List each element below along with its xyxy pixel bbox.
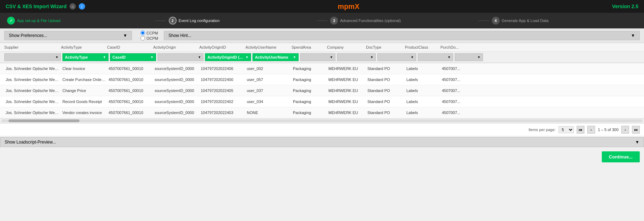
dropdown-activitytype-text: ActivityType	[65, 55, 101, 59]
data-rows-container: Jos. Schneider Optische Werke GmbHClear …	[0, 63, 644, 118]
loadscript-row[interactable]: Show Loadscript-Preview... ▼	[0, 137, 644, 147]
app-header: CSV & XES Import Wizard ⌂ i mpmX Version…	[0, 0, 644, 13]
cell-doctype: Standard PO	[366, 87, 405, 94]
app-logo: mpmX	[338, 2, 359, 11]
cell-activityoriginid: 104797202022402	[199, 98, 245, 105]
cell-purchdo: 4507007...	[440, 87, 469, 94]
col-header-caseid: CaseID	[107, 45, 153, 49]
wizard-step-3[interactable]: 3 Advanced Functionalities (optional)	[330, 17, 476, 25]
dropdown-activitytype[interactable]: ActivityType ▼	[62, 53, 109, 61]
footer-row: Continue...	[0, 149, 644, 165]
wizard-step-4[interactable]: 4 Generate App & Load Data	[492, 17, 637, 25]
hint-arrow: ▼	[631, 33, 635, 38]
pagination-range: 1 – 5 of 300	[598, 128, 618, 132]
cell-company: MEHRWERK EU	[327, 98, 366, 105]
wizard-step-2[interactable]: 2 Event Log configuration	[169, 17, 314, 25]
dropdown-purchdo-arrow: ▼	[477, 55, 481, 59]
cell-doctype: Standard PO	[366, 109, 405, 116]
cell-purchdo: 4507007...	[440, 109, 469, 116]
radio-ccpm[interactable]: CCPM	[140, 31, 158, 35]
pagination-next-button[interactable]: ›	[621, 126, 629, 134]
cell-supplier: Jos. Schneider Optische Werke GmbH	[4, 76, 61, 83]
cell-spendarea: Packaging	[292, 65, 327, 72]
wizard-steps: ✓ App set-up & File Upload 2 Event Log c…	[0, 13, 644, 28]
dropdown-caseid[interactable]: CaseID ▼	[110, 53, 156, 61]
cell-company: MEHRWERK EU	[327, 109, 366, 116]
cell-supplier: Jos. Schneider Optische Werke GmbH	[4, 87, 61, 94]
radio-ccpm-input[interactable]	[140, 31, 145, 35]
preferences-label: Show Preferences...	[9, 33, 47, 38]
preferences-arrow: ▼	[123, 33, 127, 38]
col-header-activityoriginid: ActivityOriginID	[199, 45, 245, 49]
cell-spendarea: Packaging	[292, 109, 327, 116]
app-title: CSV & XES Import Wizard	[6, 4, 67, 9]
radio-ocpm-input[interactable]	[140, 36, 145, 41]
dropdown-doctype[interactable]: ▼	[377, 53, 416, 61]
scroll-track	[1, 119, 643, 122]
col-header-doctype: DocType	[366, 45, 405, 49]
dropdown-company[interactable]: ▼	[337, 53, 376, 61]
dropdown-activityoriginid[interactable]: ActivityOriginID (O... ▼	[205, 53, 251, 61]
cell-activityusername: user_002	[245, 65, 292, 72]
dropdown-spendarea[interactable]: ▼	[300, 53, 335, 61]
col-header-supplier: Supplier	[4, 45, 61, 49]
step-divider-2	[317, 21, 327, 21]
step-4-label: Generate App & Load Data	[502, 18, 549, 23]
cell-productclass: Labels	[405, 109, 440, 116]
info-icon[interactable]: i	[79, 3, 85, 10]
dropdown-supplier-arrow: ▼	[55, 55, 59, 59]
cell-activityusername: user_057	[245, 76, 292, 83]
table-row: Jos. Schneider Optische Werke GmbHRecord…	[0, 96, 644, 107]
step-2-label: Event Log configuration	[179, 18, 220, 23]
cell-doctype: Standard PO	[366, 65, 405, 72]
step-1-label: App set-up & File Upload	[17, 18, 60, 23]
radio-ocpm[interactable]: OCPM	[140, 36, 158, 41]
items-per-page-select[interactable]: 5 10 25	[559, 126, 574, 133]
step-4-circle: 4	[492, 17, 500, 25]
horizontal-scrollbar[interactable]	[0, 118, 644, 123]
dropdown-caseid-arrow: ▼	[150, 55, 154, 59]
col-header-spendarea: SpendArea	[292, 45, 327, 49]
dropdown-purchdo[interactable]: ▼	[455, 53, 483, 61]
column-headers-row: Supplier ActivityType CaseID ActivityOri…	[0, 43, 644, 52]
table-row: Jos. Schneider Optische Werke GmbHClear …	[0, 63, 644, 74]
pagination-last-button[interactable]: ⏭	[632, 126, 640, 134]
cell-purchdo: 4507007...	[440, 76, 469, 83]
cell-activityusername: user_034	[245, 98, 292, 105]
cell-supplier: Jos. Schneider Optische Werke GmbH	[4, 65, 61, 72]
continue-button[interactable]: Continue...	[602, 151, 640, 162]
dropdown-productclass[interactable]: ▼	[418, 53, 453, 61]
cell-activityorigin: sourceSystemID_0000	[153, 65, 199, 72]
pagination-prev-button[interactable]: ‹	[587, 126, 595, 134]
wizard-step-1[interactable]: ✓ App set-up & File Upload	[7, 17, 152, 25]
cell-supplier: Jos. Schneider Optische Werke GmbH	[4, 109, 61, 116]
step-4-num: 4	[494, 18, 496, 23]
cell-caseid: 4507007661_00010	[107, 76, 153, 83]
cell-activitytype: Clear Invoice	[61, 65, 107, 72]
dropdown-activityoriginid-arrow: ▼	[245, 55, 249, 59]
show-hint-button[interactable]: Show Hint... ▼	[164, 31, 640, 40]
show-preferences-button[interactable]: Show Preferences... ▼	[4, 31, 132, 40]
col-header-productclass: ProductClass	[405, 45, 440, 49]
dropdown-activityorigin-arrow: ▼	[198, 55, 201, 59]
dropdown-supplier[interactable]: ▼	[4, 53, 61, 61]
cell-purchdo: 4507007...	[440, 98, 469, 105]
dropdown-activityorigin[interactable]: ▼	[157, 53, 204, 61]
radio-ocpm-label: OCPM	[146, 36, 158, 41]
cell-company: MEHRWERK EU	[327, 76, 366, 83]
dropdown-activityusername[interactable]: ActivityUserName ▼	[252, 53, 299, 61]
cell-activityoriginid: 104797202022403	[199, 109, 245, 116]
cell-company: MEHRWERK EU	[327, 65, 366, 72]
pagination-row: Items per page: 5 10 25 ⏮ ‹ 1 – 5 of 300…	[0, 123, 644, 136]
dropdown-activityusername-arrow: ▼	[293, 55, 296, 59]
home-icon[interactable]: ⌂	[70, 3, 76, 10]
table-scroll-container[interactable]: Supplier ActivityType CaseID ActivityOri…	[0, 43, 644, 118]
header-left: CSV & XES Import Wizard ⌂ i	[6, 3, 85, 10]
dropdown-caseid-text: CaseID	[112, 55, 149, 59]
radio-group: CCPM OCPM	[140, 31, 158, 41]
continue-label: Continue...	[609, 154, 633, 160]
col-header-activityorigin: ActivityOrigin	[153, 45, 199, 49]
step-3-circle: 3	[330, 17, 338, 25]
pagination-first-button[interactable]: ⏮	[577, 126, 584, 134]
table-area: Supplier ActivityType CaseID ActivityOri…	[0, 43, 644, 136]
